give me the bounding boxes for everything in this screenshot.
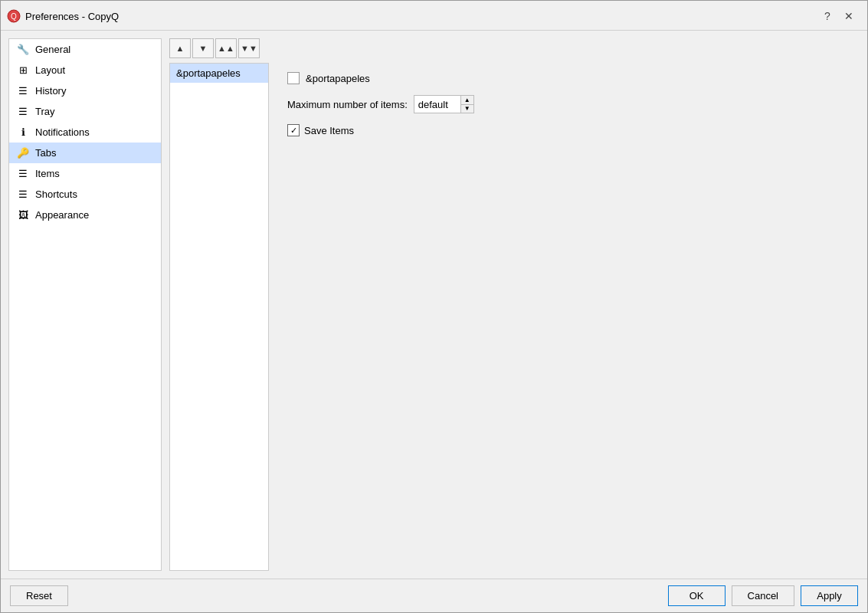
tab-toolbar: ▲ ▼ ▲▲ ▼▼: [169, 38, 860, 58]
sidebar-label-history: History: [35, 85, 66, 97]
shortcuts-icon: ☰: [17, 188, 29, 200]
save-items-checkbox[interactable]: [287, 124, 300, 136]
sidebar-item-appearance[interactable]: 🖼 Appearance: [9, 205, 161, 225]
notifications-icon: ℹ: [17, 126, 29, 138]
dialog-title: Preferences - CopyQ: [25, 11, 119, 22]
cancel-button[interactable]: Cancel: [732, 585, 794, 606]
svg-text:Q: Q: [11, 12, 17, 21]
bottom-bar: Reset OK Cancel Apply: [1, 579, 867, 612]
close-button[interactable]: ✕: [840, 7, 858, 25]
sidebar-item-items[interactable]: ☰ Items: [9, 163, 161, 184]
sidebar-label-tabs: Tabs: [35, 147, 56, 159]
save-items-row: Save Items: [287, 124, 847, 136]
help-button[interactable]: ?: [818, 7, 837, 25]
tab-name-row: &portapapeles: [287, 72, 847, 84]
sidebar-label-appearance: Appearance: [35, 209, 89, 221]
sidebar-item-general[interactable]: 🔧 General: [9, 39, 161, 60]
sidebar-item-notifications[interactable]: ℹ Notifications: [9, 122, 161, 143]
sidebar-label-layout: Layout: [35, 64, 65, 76]
sidebar-label-general: General: [35, 44, 70, 55]
spin-up-button[interactable]: ▲: [461, 96, 473, 104]
max-items-row: Maximum number of items: ▲ ▼: [287, 95, 847, 113]
reset-button[interactable]: Reset: [10, 585, 68, 606]
tab-list-area: &portapapeles &portapapeles Maximum numb…: [169, 63, 860, 571]
spinbox-buttons: ▲ ▼: [460, 96, 473, 113]
bottom-right: OK Cancel Apply: [668, 585, 858, 606]
tab-list-item[interactable]: &portapapeles: [170, 64, 268, 83]
apply-button[interactable]: Apply: [801, 585, 858, 606]
save-items-label: Save Items: [304, 125, 354, 136]
tray-icon: ☰: [17, 106, 29, 117]
sidebar-item-shortcuts[interactable]: ☰ Shortcuts: [9, 184, 161, 205]
items-icon: ☰: [17, 168, 29, 179]
main-panel: ▲ ▼ ▲▲ ▼▼ &portapapeles: [169, 38, 860, 571]
tabs-panel: ▲ ▼ ▲▲ ▼▼ &portapapeles: [169, 38, 860, 571]
sidebar-label-tray: Tray: [35, 106, 55, 117]
tab-settings-panel: &portapapeles Maximum number of items: ▲…: [275, 63, 860, 571]
max-items-label: Maximum number of items:: [287, 99, 408, 110]
sidebar-item-tray[interactable]: ☰ Tray: [9, 101, 161, 122]
move-up-button[interactable]: ▲: [169, 38, 191, 58]
layout-icon: ⊞: [17, 64, 29, 76]
title-bar: Q Preferences - CopyQ ? ✕: [1, 1, 867, 31]
title-bar-left: Q Preferences - CopyQ: [7, 9, 119, 23]
max-items-spinbox: ▲ ▼: [414, 95, 474, 113]
spin-down-button[interactable]: ▼: [461, 104, 473, 113]
sidebar-label-shortcuts: Shortcuts: [35, 188, 77, 200]
bottom-left: Reset: [10, 585, 68, 606]
max-items-input[interactable]: [414, 96, 460, 113]
move-bottom-button[interactable]: ▼▼: [238, 38, 260, 58]
app-icon: Q: [7, 9, 21, 23]
sidebar-item-tabs[interactable]: 🔑 Tabs: [9, 143, 161, 163]
sidebar: 🔧 General ⊞ Layout ☰ History ☰ Tray ℹ No…: [8, 38, 162, 571]
sidebar-item-layout[interactable]: ⊞ Layout: [9, 60, 161, 80]
general-icon: 🔧: [17, 44, 29, 55]
tab-name-checkbox[interactable]: [287, 72, 300, 84]
move-down-button[interactable]: ▼: [192, 38, 214, 58]
history-icon: ☰: [17, 85, 29, 97]
sidebar-label-items: Items: [35, 168, 60, 179]
sidebar-label-notifications: Notifications: [35, 126, 90, 138]
appearance-icon: 🖼: [17, 209, 29, 221]
content-area: 🔧 General ⊞ Layout ☰ History ☰ Tray ℹ No…: [1, 31, 867, 579]
tab-list: &portapapeles: [169, 63, 269, 571]
tabs-icon: 🔑: [17, 147, 29, 159]
ok-button[interactable]: OK: [668, 585, 726, 606]
preferences-dialog: Q Preferences - CopyQ ? ✕ 🔧 General ⊞ La…: [0, 0, 868, 613]
title-bar-buttons: ? ✕: [818, 7, 858, 25]
tab-name-label: &portapapeles: [306, 73, 370, 84]
move-top-button[interactable]: ▲▲: [215, 38, 237, 58]
sidebar-item-history[interactable]: ☰ History: [9, 80, 161, 101]
